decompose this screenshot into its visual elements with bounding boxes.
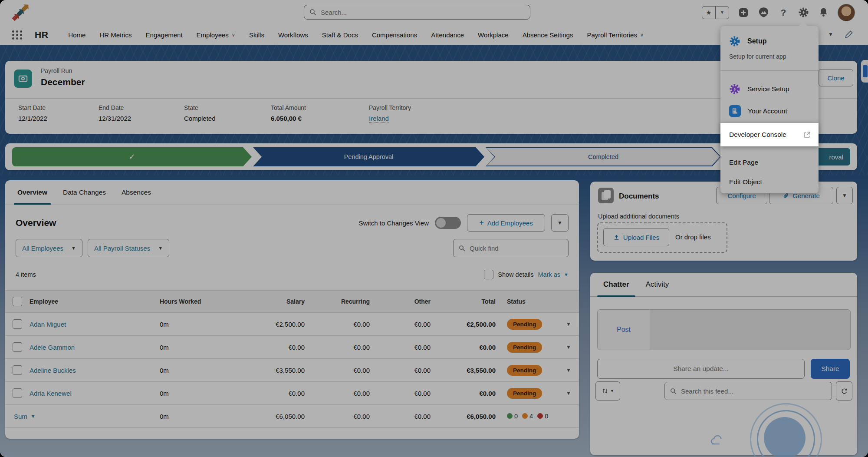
select-all-checkbox[interactable] — [13, 297, 22, 306]
quick-find[interactable] — [453, 239, 569, 257]
sort-icon — [602, 387, 608, 394]
col-salary[interactable]: Salary — [247, 298, 316, 305]
upload-additional-label: Upload additional documents — [598, 213, 679, 220]
status-summary-dots: 0 4 0 — [507, 413, 579, 420]
tab-activity[interactable]: Activity — [640, 273, 675, 296]
row-checkbox[interactable] — [13, 319, 22, 329]
payroll-territory-link[interactable]: Ireland — [369, 115, 389, 123]
add-employees-caret-button[interactable]: ▼ — [551, 214, 569, 232]
feed-search-input[interactable] — [680, 387, 812, 395]
search-icon — [309, 9, 316, 16]
tab-compensations[interactable]: Compensations — [365, 25, 424, 45]
search-icon — [670, 388, 677, 394]
tab-home[interactable]: Home — [61, 25, 92, 45]
app-launcher-waffle-icon[interactable] — [12, 30, 23, 40]
red-status-dot — [537, 413, 543, 419]
global-search-input[interactable] — [320, 8, 513, 17]
tab-staff-docs[interactable]: Staff & Docs — [315, 25, 365, 45]
row-actions-caret[interactable]: ▼ — [558, 390, 579, 396]
tab-absence-settings[interactable]: Absence Settings — [516, 25, 580, 45]
path-stage-completed[interactable]: Completed — [486, 147, 721, 166]
overview-card: Overview Data Changes Absences Overview … — [5, 180, 579, 439]
favorites-caret-icon[interactable]: ▼ — [716, 7, 729, 19]
tab-payroll-territories[interactable]: Payroll Territories∨ — [580, 25, 651, 45]
tab-employees[interactable]: Employees∨ — [190, 25, 242, 45]
menu-item-your-account[interactable]: Your Account — [729, 105, 787, 117]
col-total[interactable]: Total — [442, 298, 507, 305]
row-actions-caret[interactable]: ▼ — [558, 367, 579, 373]
help-icon[interactable]: ? — [778, 7, 789, 18]
path-stage-complete[interactable]: ✓ — [12, 147, 252, 166]
share-button[interactable]: Share — [811, 359, 850, 379]
show-details-label: Show details — [498, 271, 533, 278]
menu-item-edit-object[interactable]: Edit Object — [729, 178, 762, 186]
tab-post[interactable]: Post — [598, 310, 650, 350]
add-employees-button[interactable]: +Add Employees — [467, 214, 545, 232]
menu-item-service-setup[interactable]: Service Setup — [729, 83, 789, 95]
setup-menu-title[interactable]: Setup — [747, 37, 766, 45]
feed-search[interactable] — [664, 382, 832, 400]
tab-workplace[interactable]: Workplace — [471, 25, 516, 45]
tab-skills[interactable]: Skills — [242, 25, 271, 45]
setup-gear-icon[interactable] — [798, 7, 809, 18]
tab-workflows[interactable]: Workflows — [271, 25, 315, 45]
file-dropzone[interactable]: Upload Files Or drop files — [597, 222, 727, 253]
quick-find-input[interactable] — [469, 244, 557, 252]
col-status[interactable]: Status — [507, 298, 558, 305]
col-hours-worked[interactable]: Hours Worked — [160, 298, 247, 305]
menu-item-developer-console[interactable]: Developer Console — [720, 123, 819, 146]
user-avatar[interactable] — [838, 4, 855, 21]
row-actions-caret[interactable]: ▼ — [558, 344, 579, 350]
path-stage-pending-approval[interactable]: Pending Approval — [253, 147, 484, 166]
tab-hr-metrics[interactable]: HR Metrics — [92, 25, 138, 45]
show-details-checkbox[interactable] — [484, 270, 493, 279]
global-header: ★ ▼ ? — [0, 0, 868, 25]
favorites-split-button[interactable]: ★ ▼ — [702, 6, 729, 19]
row-checkbox[interactable] — [13, 388, 22, 398]
employee-link[interactable]: Adria Kenewel — [30, 390, 160, 397]
row-checkbox[interactable] — [13, 365, 22, 375]
col-other[interactable]: Other — [381, 298, 442, 305]
status-badge: Pending — [507, 365, 542, 376]
items-count: 4 items — [16, 271, 36, 278]
documents-caret-button[interactable]: ▼ — [836, 187, 853, 204]
menu-item-edit-page[interactable]: Edit Page — [729, 159, 758, 166]
filter-all-employees[interactable]: All Employees▼ — [16, 239, 82, 257]
col-employee[interactable]: Employee — [30, 298, 160, 305]
filter-all-payroll-statuses[interactable]: All Payroll Statuses▼ — [88, 239, 169, 257]
tab-absences[interactable]: Absences — [114, 180, 159, 205]
global-search[interactable] — [304, 5, 530, 20]
upload-files-button[interactable]: Upload Files — [603, 228, 669, 246]
star-icon[interactable]: ★ — [702, 7, 716, 19]
employee-link[interactable]: Adeline Buckles — [30, 367, 160, 374]
feed-sort-button[interactable]: ▼ — [595, 381, 620, 401]
trailhead-icon[interactable] — [758, 7, 769, 18]
employee-link[interactable]: Adele Gammon — [30, 344, 160, 351]
clone-button[interactable]: Clone — [819, 69, 853, 86]
tab-attendance[interactable]: Attendance — [424, 25, 471, 45]
changes-view-toggle[interactable] — [435, 217, 461, 229]
bell-icon[interactable] — [818, 7, 829, 18]
chevron-down-icon: ▼ — [31, 414, 36, 419]
col-recurring[interactable]: Recurring — [316, 298, 381, 305]
tab-engagement[interactable]: Engagement — [139, 25, 190, 45]
row-actions-caret[interactable]: ▼ — [558, 321, 579, 327]
mark-as-menu[interactable]: Mark as▼ — [538, 271, 569, 278]
tab-chatter[interactable]: Chatter — [597, 273, 635, 296]
employee-link[interactable]: Adan Miguet — [30, 321, 160, 328]
field-total-amount: Total Amount 6.050,00 € — [271, 104, 306, 122]
service-setup-gear-icon — [729, 83, 740, 95]
nav-overflow-caret-icon[interactable]: ▼ — [828, 31, 833, 37]
global-actions-plus-icon[interactable] — [738, 7, 749, 18]
edit-nav-pencil-icon[interactable] — [845, 30, 853, 39]
chevron-down-icon: ▼ — [564, 272, 569, 277]
share-update-input[interactable] — [597, 359, 805, 379]
row-checkbox[interactable] — [13, 342, 22, 352]
refresh-feed-button[interactable] — [836, 381, 852, 401]
tab-overview[interactable]: Overview — [10, 180, 55, 205]
checkmark-icon: ✓ — [128, 152, 135, 162]
sum-toggle[interactable]: Sum▼ — [5, 413, 160, 420]
chevron-down-icon: ∨ — [640, 32, 644, 38]
payroll-table: Employee Hours Worked Salary Recurring O… — [5, 290, 579, 428]
tab-data-changes[interactable]: Data Changes — [55, 180, 114, 205]
